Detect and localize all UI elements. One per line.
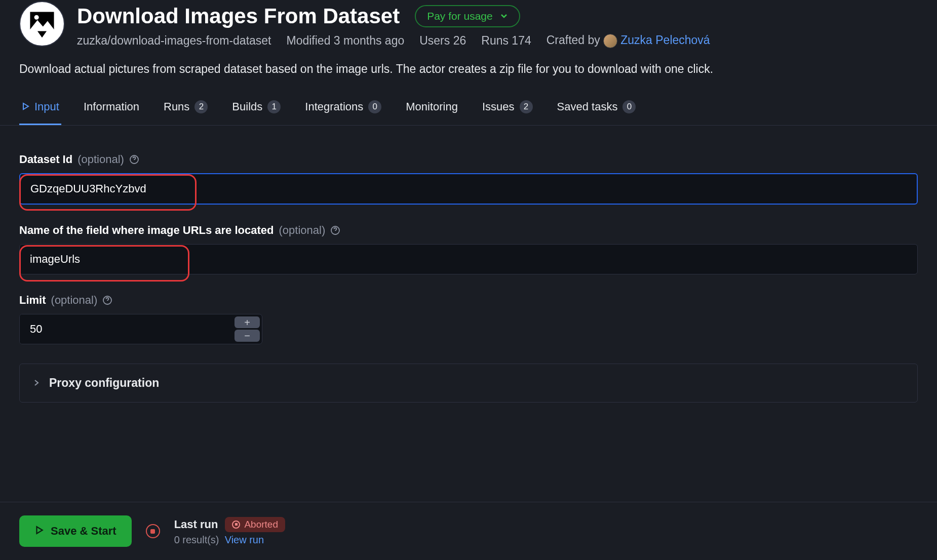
svg-point-0 [34, 15, 39, 20]
tab-saved-tasks[interactable]: Saved tasks0 [555, 94, 638, 125]
users-label: Users 26 [419, 34, 466, 48]
abort-icon[interactable] [146, 524, 160, 538]
increment-button[interactable]: + [235, 316, 260, 329]
help-icon[interactable] [129, 154, 139, 165]
integrations-count: 0 [368, 100, 381, 113]
chevron-right-icon [33, 379, 40, 386]
runs-count: 2 [194, 100, 208, 113]
aborted-badge: Aborted [225, 517, 285, 532]
tab-input[interactable]: Input [19, 94, 61, 125]
crafted-by: Crafted by Zuzka Pelechová [546, 33, 710, 48]
image-field-input[interactable] [19, 244, 918, 274]
dataset-id-input[interactable] [19, 173, 918, 205]
limit-label: Limit [19, 294, 46, 307]
results-count: 0 result(s) [174, 534, 219, 545]
modified-label: Modified 3 months ago [287, 34, 405, 48]
optional-label: (optional) [77, 153, 124, 166]
tab-runs[interactable]: Runs2 [162, 94, 210, 125]
issues-count: 2 [520, 100, 533, 113]
chevron-down-icon [500, 10, 508, 22]
dataset-id-label: Dataset Id [19, 153, 72, 166]
runs-label: Runs 174 [481, 34, 531, 48]
saved-tasks-count: 0 [622, 100, 636, 113]
tab-monitoring[interactable]: Monitoring [404, 94, 460, 125]
last-run-label: Last run [174, 518, 218, 531]
pay-for-usage-badge[interactable]: Pay for usage [415, 5, 520, 27]
view-run-link[interactable]: View run [225, 534, 264, 545]
tab-builds[interactable]: Builds1 [230, 94, 283, 125]
actor-logo [19, 1, 65, 47]
actor-description: Download actual pictures from scraped da… [0, 48, 937, 76]
optional-label: (optional) [279, 224, 325, 237]
tab-integrations[interactable]: Integrations0 [303, 94, 383, 125]
actor-slug[interactable]: zuzka/download-images-from-dataset [77, 34, 271, 48]
save-start-button[interactable]: Save & Start [19, 515, 132, 547]
tab-information[interactable]: Information [82, 94, 141, 125]
optional-label: (optional) [51, 294, 98, 307]
tab-issues[interactable]: Issues2 [480, 94, 535, 125]
decrement-button[interactable]: − [235, 330, 260, 342]
proxy-label: Proxy configuration [49, 376, 159, 390]
help-icon[interactable] [102, 295, 112, 305]
help-icon[interactable] [330, 225, 340, 235]
tabs: Input Information Runs2 Builds1 Integrat… [0, 94, 937, 126]
limit-input[interactable] [20, 314, 232, 344]
page-title: Download Images From Dataset [77, 4, 400, 28]
builds-count: 1 [267, 100, 281, 113]
stop-icon [232, 521, 240, 529]
play-icon [34, 525, 44, 538]
play-icon [21, 100, 29, 113]
author-avatar[interactable] [603, 34, 617, 48]
image-field-label: Name of the field where image URLs are l… [19, 224, 274, 237]
proxy-configuration-toggle[interactable]: Proxy configuration [19, 364, 918, 403]
author-link[interactable]: Zuzka Pelechová [620, 33, 710, 47]
pay-badge-label: Pay for usage [427, 10, 493, 22]
